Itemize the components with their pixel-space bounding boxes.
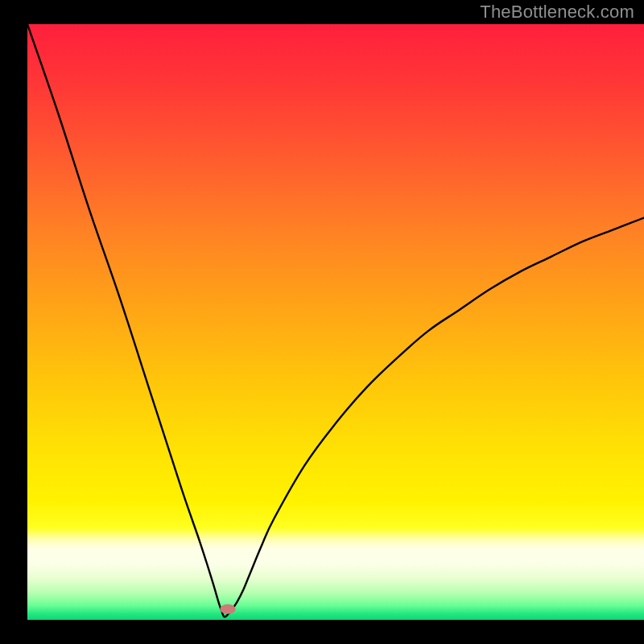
- min-marker: [220, 605, 235, 614]
- bottleneck-chart: [0, 0, 644, 644]
- chart-frame: TheBottleneck.com: [0, 0, 644, 644]
- plot-background: [27, 24, 644, 620]
